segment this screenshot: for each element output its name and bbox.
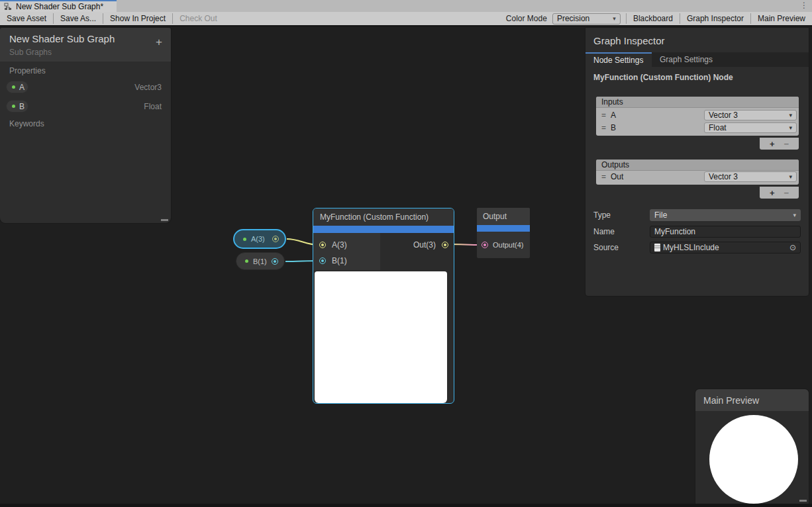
property-a-type: Vector3 [28,83,162,92]
remove-input-button[interactable]: − [784,139,789,149]
inputs-list-header: Inputs [596,97,799,108]
input-a-type-dropdown[interactable]: Vector 3 ▾ [704,110,797,120]
output-node-port-row: Output(4) [477,232,530,257]
input-a-name: A [611,111,704,120]
name-label: Name [593,227,650,236]
add-property-button[interactable]: + [156,36,162,48]
tab-graph-settings[interactable]: Graph Settings [652,52,721,67]
shader-graph-icon [4,3,13,11]
chevron-down-icon: ▾ [789,124,792,131]
property-b-output-port[interactable] [272,258,278,265]
output-port-out[interactable] [442,242,448,248]
inputs-list-footer: + − [760,138,799,150]
tab-node-settings[interactable]: Node Settings [585,52,652,67]
property-row-b: B Float [0,100,171,113]
property-pill-b-label: B [19,102,25,111]
window-bottom-edge [0,504,812,507]
exposed-dot-icon [12,105,15,108]
input-b-name: B [611,123,704,132]
drag-handle-icon[interactable]: = [601,172,611,181]
check-out-button: Check Out [173,11,224,26]
blackboard-title: New Shader Sub Graph [9,33,162,44]
source-label: Source [593,243,650,252]
outputs-row-out[interactable]: = Out Vector 3 ▾ [596,171,799,185]
color-mode-label: Color Mode [501,14,552,23]
graph-inspector-title: Graph Inspector [593,35,665,46]
source-value: MyHLSLInclude [663,243,719,252]
property-pill-a[interactable]: A [6,81,28,93]
preview-sphere[interactable] [709,415,798,504]
main-preview-resize-handle[interactable] [799,500,807,502]
name-field-row: Name MyFunction [593,226,801,238]
remove-output-button[interactable]: − [784,188,789,198]
output-node[interactable]: Output Output(4) [477,208,530,258]
shader-graph-window: New Shader Sub Graph* ⋮ Save Asset Save … [0,0,812,507]
chevron-down-icon: ▾ [613,15,616,22]
input-port-b-label: B(1) [332,256,347,265]
blackboard-toggle-button[interactable]: Blackboard [627,11,680,26]
add-output-button[interactable]: + [770,188,775,198]
precision-color-bar [313,226,454,233]
save-as-button[interactable]: Save As... [54,11,103,26]
custom-function-node-title[interactable]: MyFunction (Custom Function) [313,208,454,226]
drag-handle-icon[interactable]: = [601,123,611,132]
main-preview-header[interactable]: Main Preview [695,389,809,411]
chevron-down-icon: ▾ [793,212,796,218]
color-mode-dropdown[interactable]: Precision ▾ [552,13,621,24]
source-object-field[interactable]: MyHLSLInclude ⊙ [650,242,801,254]
property-node-b-label: B(1) [253,257,267,265]
main-preview-toggle-button[interactable]: Main Preview [751,11,812,26]
output-node-input-port[interactable] [482,242,488,248]
source-field-row: Source MyHLSLInclude ⊙ [593,242,801,254]
show-in-project-button[interactable]: Show In Project [103,11,172,26]
toolbar: Save Asset Save As... Show In Project Ch… [0,12,812,26]
property-node-a-label: A(3) [251,235,268,243]
type-value: File [654,210,667,220]
color-mode-value: Precision [557,14,589,23]
property-row-a: A Vector3 [0,81,171,93]
inputs-row-b[interactable]: = B Float ▾ [596,122,799,136]
add-input-button[interactable]: + [770,139,775,149]
output-out-name: Out [611,172,704,181]
node-settings-heading: MyFunction (Custom Function) Node [593,73,733,82]
output-node-title[interactable]: Output [477,208,530,225]
blackboard-subtitle: Sub Graphs [9,48,162,57]
graph-inspector-panel: Graph Inspector Node Settings Graph Sett… [585,28,809,296]
outputs-list: Outputs = Out Vector 3 ▾ [596,160,799,185]
custom-function-node[interactable]: MyFunction (Custom Function) A(3) B(1) O… [313,208,454,404]
name-input[interactable]: MyFunction [650,226,801,238]
property-node-a[interactable]: A(3) [233,229,286,249]
object-picker-icon[interactable]: ⊙ [789,243,796,252]
property-pill-a-label: A [19,83,25,92]
keywords-section-header: Keywords [0,119,54,128]
save-asset-button[interactable]: Save Asset [0,11,53,26]
output-out-type-dropdown[interactable]: Vector 3 ▾ [704,171,797,182]
window-menu-icon[interactable]: ⋮ [800,1,808,10]
main-preview-panel: Main Preview [695,389,809,504]
file-icon [654,244,660,252]
outputs-list-header: Outputs [596,160,799,171]
input-b-type-dropdown[interactable]: Float ▾ [704,122,797,133]
property-a-output-port[interactable] [272,236,279,242]
outputs-list-footer: + − [760,187,799,199]
window-tab-bar: New Shader Sub Graph* ⋮ [0,0,812,12]
property-node-b[interactable]: B(1) [236,252,285,270]
blackboard-panel: New Shader Sub Graph Sub Graphs + Proper… [0,28,171,223]
property-pill-b[interactable]: B [6,100,28,113]
graph-inspector-toggle-button[interactable]: Graph Inspector [680,11,750,26]
chevron-down-icon: ▾ [789,112,792,118]
drag-handle-icon[interactable]: = [601,111,611,120]
type-dropdown[interactable]: File ▾ [650,209,801,221]
blackboard-resize-handle[interactable] [161,219,168,221]
input-b-type-value: Float [709,123,727,132]
custom-function-ports: A(3) B(1) Out(3) [313,233,454,270]
exposed-dot-icon [243,238,246,241]
inputs-row-a[interactable]: = A Vector 3 ▾ [596,108,799,122]
document-tab[interactable]: New Shader Sub Graph* [0,0,117,12]
input-port-b[interactable] [319,257,326,264]
chevron-down-icon: ▾ [789,173,792,180]
input-port-a-label: A(3) [332,240,347,250]
input-port-a[interactable] [319,242,326,248]
input-a-type-value: Vector 3 [709,111,738,120]
precision-color-bar [477,225,530,232]
